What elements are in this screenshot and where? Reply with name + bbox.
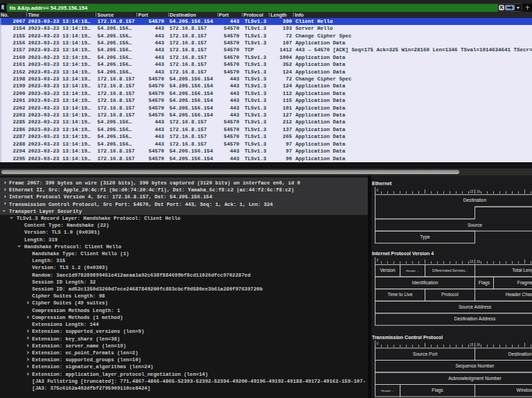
svg-text:Destination Address: Destination Address bbox=[454, 316, 495, 321]
svg-text:16: 16 bbox=[476, 343, 480, 347]
svg-text:Version: Version bbox=[380, 268, 396, 272]
svg-text:Transmission Control Protocol: Transmission Control Protocol bbox=[372, 334, 443, 339]
svg-text:Acknowledgment Number: Acknowledgment Number bbox=[448, 375, 502, 381]
svg-text:Type: Type bbox=[420, 234, 430, 240]
svg-text:Destination: Destination bbox=[463, 198, 486, 202]
svg-text:16: 16 bbox=[476, 260, 480, 263]
svg-text:0: 0 bbox=[376, 188, 378, 191]
svg-text:Window: Window bbox=[516, 388, 532, 392]
svg-text:0: 0 bbox=[376, 258, 378, 261]
svg-text:0: 0 bbox=[376, 341, 378, 345]
svg-text:Internet Protocol Version 4: Internet Protocol Version 4 bbox=[372, 250, 434, 255]
svg-text:Time to Live: Time to Live bbox=[387, 292, 412, 297]
svg-text:Source Port: Source Port bbox=[412, 351, 436, 356]
svg-text:15: 15 bbox=[470, 190, 474, 193]
svg-text:Fragment Offset: Fragment Offset bbox=[517, 279, 532, 285]
svg-text:15: 15 bbox=[470, 260, 474, 263]
svg-text:Differentiated Services...: Differentiated Services... bbox=[432, 269, 468, 272]
svg-text:Source Address: Source Address bbox=[458, 304, 491, 309]
svg-text:Header ...: Header ... bbox=[406, 268, 419, 272]
svg-text:Total Length: Total Length bbox=[512, 268, 532, 273]
svg-text:Protocol: Protocol bbox=[441, 292, 459, 297]
svg-text:15: 15 bbox=[470, 343, 474, 347]
svg-text:Flags: Flags bbox=[432, 388, 443, 393]
svg-text:16: 16 bbox=[476, 190, 480, 193]
svg-text:Ethernet: Ethernet bbox=[372, 180, 392, 185]
svg-text:Header ...: Header ... bbox=[381, 389, 394, 392]
svg-text:Destination Port: Destination Port bbox=[508, 351, 532, 356]
svg-text:Flags: Flags bbox=[478, 279, 490, 285]
svg-text:Header Checksum: Header Checksum bbox=[505, 292, 532, 297]
svg-text:Identification: Identification bbox=[411, 279, 438, 284]
svg-text:Sequence Number: Sequence Number bbox=[455, 363, 495, 369]
svg-text:Source: Source bbox=[467, 222, 481, 227]
